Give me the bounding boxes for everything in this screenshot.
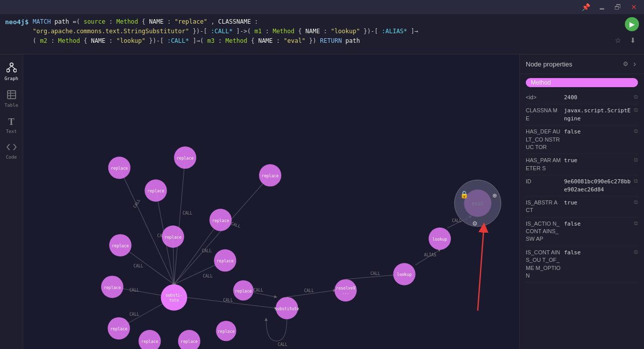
svg-text:replace: replace — [110, 327, 127, 331]
svg-text:CALL: CALL — [278, 342, 288, 347]
svg-point-0 — [10, 63, 13, 66]
prop-val-uid: 9e60081bc090e6c278bbe902aec26d84 — [564, 178, 631, 193]
svg-text:CALL: CALL — [370, 271, 380, 276]
svg-text:CALL: CALL — [129, 312, 139, 317]
panel-settings-button[interactable]: ⚙ — [623, 59, 628, 68]
favorite-button[interactable]: ☆ — [612, 34, 624, 46]
copy-classname-button[interactable]: ⧉ — [634, 107, 638, 113]
svg-text:⊕: ⊕ — [493, 191, 497, 199]
copy-id-button[interactable]: ⧉ — [634, 94, 638, 100]
query-bar: neo4j$ MATCH path =( source : Method { N… — [0, 14, 644, 54]
prop-val-classname: javax.script.ScriptEngine — [564, 107, 631, 122]
graph-label: Graph — [5, 76, 18, 81]
copy-iscont-button[interactable]: ⧉ — [634, 249, 638, 255]
code-icon — [7, 143, 17, 153]
close-button[interactable]: ✕ — [628, 1, 640, 13]
panel-expand-button[interactable]: › — [631, 59, 638, 68]
copy-uid-button[interactable]: ⧉ — [634, 178, 638, 184]
svg-text:replace: replace — [147, 189, 165, 193]
svg-point-1 — [7, 69, 10, 72]
svg-text:⚙: ⚙ — [472, 219, 477, 227]
svg-text:replace: replace — [165, 235, 182, 240]
prop-row-iscont: IS_CONT AINS_OU T_OF_ME M_OPTIO N false … — [526, 246, 638, 283]
neo4j-prompt: neo4j$ — [5, 17, 29, 26]
svg-text:ALIAS: ALIAS — [424, 253, 436, 257]
svg-text:replace: replace — [262, 174, 279, 178]
svg-text:replace: replace — [218, 329, 235, 334]
prop-key-iscont: IS_CONT AINS_OU T_OF_ME M_OPTIO N — [526, 249, 561, 280]
title-bar: 📌 🗕 🗗 ✕ — [0, 0, 644, 14]
table-icon — [7, 90, 16, 101]
svg-text:substitute: substitute — [275, 307, 299, 311]
text-label: Text — [6, 129, 17, 134]
svg-text:CALL: CALL — [203, 274, 213, 278]
svg-text:lookup: lookup — [433, 237, 447, 242]
prop-key-abstract: IS_ABSTR ACT — [526, 199, 561, 215]
prop-key-isaction: IS_ACTIO N_CONT AINS_SW AP — [526, 220, 561, 243]
prop-key-hasdefault: HAS_DEF AULT_CO NSTRUC TOR — [526, 128, 561, 151]
minimize-button[interactable]: 🗕 — [596, 1, 608, 13]
svg-rect-5 — [8, 91, 16, 99]
sidebar-item-text[interactable]: T Text — [1, 113, 23, 138]
svg-text:replace: replace — [235, 289, 252, 294]
svg-text:resolveV: resolveV — [336, 286, 356, 291]
svg-text:CALL: CALL — [132, 198, 141, 208]
svg-text:CALL: CALL — [202, 249, 212, 253]
prop-key-uid: ID — [526, 178, 561, 185]
svg-text:replace: replace — [181, 339, 198, 344]
prop-row-hasparams: HAS_PAR AMETER S true ⧉ — [526, 154, 638, 175]
prop-row-abstract: IS_ABSTR ACT true ⧉ — [526, 196, 638, 218]
svg-text:CALL: CALL — [230, 221, 241, 229]
sidebar-item-code[interactable]: Code — [1, 139, 23, 164]
prop-val-abstract: true — [564, 199, 631, 206]
svg-text:CALL: CALL — [183, 211, 193, 216]
maximize-button[interactable]: 🗗 — [612, 1, 624, 13]
panel-header: Node properties ⚙ › — [520, 54, 644, 74]
svg-text:replace: replace — [112, 244, 129, 248]
svg-line-4 — [12, 66, 15, 69]
copy-hasparams-button[interactable]: ⧉ — [634, 157, 638, 163]
svg-text:replace: replace — [177, 156, 194, 161]
right-panel: Node properties ⚙ › Method <id> 2400 ⧉ C… — [519, 54, 644, 349]
pin-button[interactable]: 📌 — [580, 1, 592, 13]
prop-val-iscont: false — [564, 249, 631, 256]
svg-text:replace: replace — [212, 219, 229, 223]
svg-text:replace: replace — [104, 286, 121, 290]
graph-svg: CALL CALL CALL CALL CALL CALL CALL CALL … — [23, 54, 519, 349]
table-label: Table — [5, 103, 18, 108]
sidebar-left: Graph Table T Text — [0, 54, 23, 349]
svg-text:CALL: CALL — [254, 288, 264, 293]
svg-point-83 — [454, 180, 501, 227]
sidebar-item-graph[interactable]: Graph — [1, 58, 23, 85]
main-area: Graph Table T Text — [0, 54, 644, 349]
text-icon: T — [8, 117, 14, 127]
svg-line-3 — [8, 66, 12, 69]
svg-text:CALL: CALL — [223, 298, 233, 303]
svg-text:tute: tute — [169, 298, 179, 303]
svg-text:CALL: CALL — [304, 289, 314, 293]
svg-text:CALL: CALL — [133, 264, 143, 268]
run-button[interactable]: ▶ — [625, 17, 639, 31]
svg-text:substi-: substi- — [166, 293, 183, 298]
copy-hasdefault-button[interactable]: ⧉ — [634, 128, 638, 134]
prop-key-id: <id> — [526, 94, 561, 101]
svg-point-2 — [14, 69, 17, 72]
svg-text:lookup: lookup — [397, 272, 412, 277]
download-button[interactable]: ⬇ — [627, 34, 639, 46]
copy-abstract-button[interactable]: ⧉ — [634, 199, 638, 205]
svg-text:replace: replace — [111, 166, 128, 171]
svg-text:...: ... — [342, 291, 350, 295]
code-label: Code — [6, 155, 17, 160]
svg-text:CALL: CALL — [452, 219, 462, 223]
graph-icon — [7, 62, 17, 75]
svg-line-87 — [477, 228, 484, 311]
query-actions: ▶ ☆ ⬇ — [612, 17, 639, 46]
prop-row-hasdefault: HAS_DEF AULT_CO NSTRUC TOR false ⧉ — [526, 125, 638, 154]
graph-canvas[interactable]: CALL CALL CALL CALL CALL CALL CALL CALL … — [23, 54, 519, 349]
sidebar-item-table[interactable]: Table — [1, 86, 23, 112]
svg-text:replace: replace — [141, 339, 158, 344]
prop-row-uid: ID 9e60081bc090e6c278bbe902aec26d84 ⧉ — [526, 175, 638, 196]
prop-key-classname: CLASSNA ME — [526, 107, 561, 122]
node-label-tag[interactable]: Method — [526, 78, 638, 87]
copy-isaction-button[interactable]: ⧉ — [634, 220, 638, 227]
